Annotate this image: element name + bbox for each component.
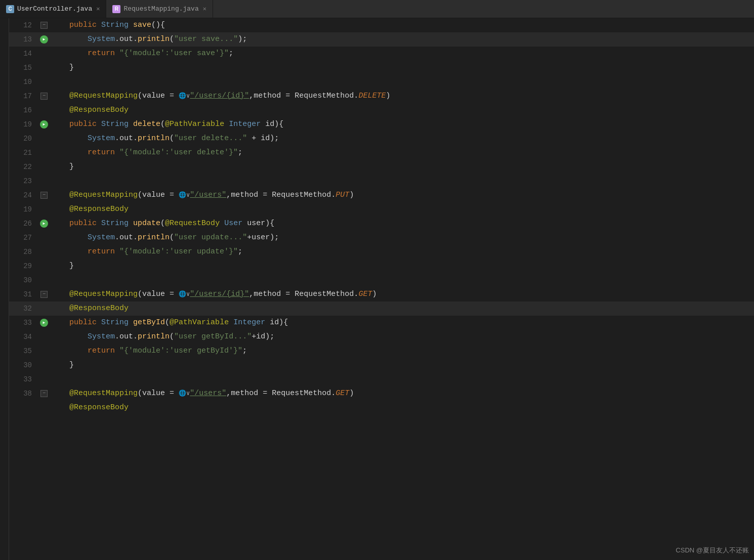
line-number: 28 — [9, 245, 37, 259]
line-number: 34 — [9, 330, 37, 344]
code-line: 32 @ResponseBody — [9, 301, 754, 316]
line-code: public String update(@RequestBody User u… — [51, 217, 754, 231]
line-code: public String delete(@PathVariable Integ… — [51, 117, 754, 132]
code-line: 19▶ public String delete(@PathVariable I… — [9, 117, 754, 132]
tab-request-mapping[interactable]: R RequestMapping.java ✕ — [106, 0, 213, 18]
line-gutter[interactable]: − — [37, 93, 51, 100]
line-gutter[interactable]: − — [37, 192, 51, 199]
code-line: 21 return "{'module':'user delete'}"; — [9, 146, 754, 160]
line-code: System.out.println("user getById..."+id)… — [51, 330, 754, 344]
line-number: 35 — [9, 344, 37, 358]
left-margin — [0, 18, 9, 560]
line-code: @ResponseBody — [51, 301, 754, 316]
tab-icon-c: C — [6, 5, 14, 13]
line-code: @ResponseBody — [51, 202, 754, 217]
code-line: 22 } — [9, 160, 754, 174]
line-code: } — [51, 160, 754, 174]
line-code: return "{'module':'user delete'}"; — [51, 146, 754, 160]
run-icon[interactable]: ▶ — [40, 319, 48, 327]
line-code: System.out.println("user update..."+user… — [51, 231, 754, 245]
tab-req-label: RequestMapping.java — [123, 5, 198, 13]
code-line: 13▶ System.out.println("user save..."); — [9, 32, 754, 47]
line-code: System.out.println("user delete..." + id… — [51, 132, 754, 146]
code-line: 17− @RequestMapping(value = 🌐∨"/users/{i… — [9, 89, 754, 103]
code-line: 33▶ public String getById(@PathVariable … — [9, 316, 754, 330]
code-line: 35 return "{'module':'user getById'}"; — [9, 344, 754, 358]
code-line: 16 @ResponseBody — [9, 103, 754, 117]
line-gutter[interactable]: − — [37, 22, 51, 29]
line-number: 16 — [9, 103, 37, 117]
globe-icon: 🌐∨ — [179, 93, 190, 100]
line-gutter[interactable]: ▶ — [37, 120, 51, 128]
line-number: 21 — [9, 146, 37, 160]
code-line: 24− @RequestMapping(value = 🌐∨"/users",m… — [9, 188, 754, 202]
line-code: @ResponseBody — [51, 103, 754, 117]
tab-user-label: UserController.java — [17, 5, 92, 13]
code-line: 12− public String save(){ — [9, 18, 754, 32]
code-line: 38− @RequestMapping(value = 🌐∨"/users",m… — [9, 386, 754, 401]
run-icon[interactable]: ▶ — [40, 35, 48, 44]
code-line: 19 @ResponseBody — [9, 202, 754, 217]
fold-icon[interactable]: − — [40, 22, 48, 29]
tab-icon-req: R — [112, 5, 120, 13]
code-line: 30 } — [9, 358, 754, 372]
line-number: 30 — [9, 358, 37, 372]
line-code: } — [51, 259, 754, 273]
line-number: 22 — [9, 160, 37, 174]
run-icon[interactable]: ▶ — [40, 220, 48, 228]
line-number: 24 — [9, 188, 37, 202]
code-line: 14 return "{'module':'user save'}"; — [9, 47, 754, 61]
fold-icon[interactable]: − — [40, 291, 48, 298]
line-number: 31 — [9, 287, 37, 301]
line-number: 32 — [9, 301, 37, 316]
line-number: 38 — [9, 386, 37, 401]
globe-icon: 🌐∨ — [179, 390, 190, 397]
line-number: 14 — [9, 47, 37, 61]
line-code: return "{'module':'user update'}"; — [51, 245, 754, 259]
code-line: 20 System.out.println("user delete..." +… — [9, 132, 754, 146]
line-code: public String getById(@PathVariable Inte… — [51, 316, 754, 330]
line-gutter[interactable]: ▶ — [37, 35, 51, 44]
tab-req-close[interactable]: ✕ — [203, 5, 206, 13]
run-icon[interactable]: ▶ — [40, 120, 48, 128]
code-line: 34 System.out.println("user getById..."+… — [9, 330, 754, 344]
fold-icon[interactable]: − — [40, 192, 48, 199]
line-gutter[interactable]: − — [37, 291, 51, 298]
line-number: 19 — [9, 117, 37, 132]
line-code: @RequestMapping(value = 🌐∨"/users",metho… — [51, 188, 754, 202]
line-number: 27 — [9, 231, 37, 245]
line-number: 26 — [9, 217, 37, 231]
line-number: 10 — [9, 75, 37, 89]
line-gutter[interactable]: − — [37, 390, 51, 397]
code-line: 23 — [9, 174, 754, 188]
code-lines: 12− public String save(){13▶ System.out.… — [9, 18, 754, 415]
line-code: return "{'module':'user save'}"; — [51, 47, 754, 61]
line-code: System.out.println("user save..."); — [51, 32, 754, 47]
line-number: 15 — [9, 61, 37, 75]
editor: C UserController.java ✕ R RequestMapping… — [0, 0, 754, 560]
globe-icon: 🌐∨ — [179, 192, 190, 199]
tab-bar: C UserController.java ✕ R RequestMapping… — [0, 0, 754, 18]
line-number: 33 — [9, 316, 37, 330]
line-number: 20 — [9, 132, 37, 146]
line-gutter[interactable]: ▶ — [37, 319, 51, 327]
code-line: 15 } — [9, 61, 754, 75]
line-number: 23 — [9, 174, 37, 188]
tab-user-close[interactable]: ✕ — [96, 5, 100, 13]
line-number: 29 — [9, 259, 37, 273]
line-number: 12 — [9, 18, 37, 32]
tab-user-controller[interactable]: C UserController.java ✕ — [0, 0, 106, 18]
code-line: 30 — [9, 273, 754, 287]
code-line: 33 — [9, 372, 754, 386]
line-code: } — [51, 61, 754, 75]
line-gutter[interactable]: ▶ — [37, 220, 51, 228]
code-area: 12− public String save(){13▶ System.out.… — [0, 18, 754, 560]
fold-icon[interactable]: − — [40, 390, 48, 397]
globe-icon: 🌐∨ — [179, 291, 190, 298]
line-code: } — [51, 358, 754, 372]
line-code: return "{'module':'user getById'}"; — [51, 344, 754, 358]
fold-icon[interactable]: − — [40, 93, 48, 100]
line-number: 13 — [9, 32, 37, 47]
code-line: @ResponseBody — [9, 401, 754, 415]
line-code: @RequestMapping(value = 🌐∨"/users",metho… — [51, 386, 754, 401]
